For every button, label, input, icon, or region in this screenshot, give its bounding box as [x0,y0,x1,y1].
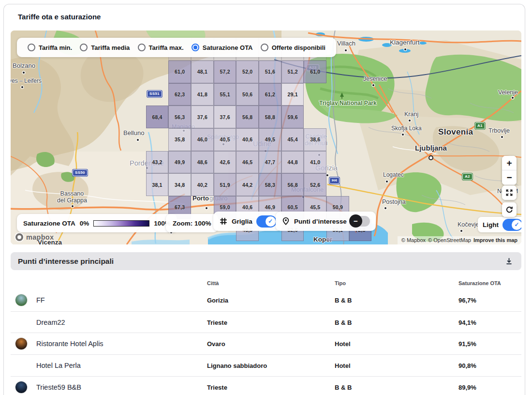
grid-cell[interactable]: 51,9 [214,173,236,196]
grid-cell[interactable]: 29,1 [281,83,304,106]
grid-cell[interactable]: 48,6 [191,151,214,174]
city-dot [409,120,411,122]
style-toggle[interactable]: ✓ [502,219,521,231]
grid-cell[interactable]: 46,5 [236,151,259,174]
grid-cell[interactable]: 56,8 [236,106,259,128]
city-dot [512,97,514,99]
table-row[interactable]: FFGoriziaB & B96,7% [11,289,521,311]
grid-cell[interactable]: 62,3 [168,83,191,106]
grid-cell[interactable]: 46,0 [191,128,214,151]
grid-cell[interactable]: 59,6 [281,106,304,128]
grid-cell[interactable]: 37,6 [191,106,214,128]
mapbox-logo[interactable]: mapbox [15,232,54,242]
poi-type: Hotel [335,340,351,348]
poi-city: Gorizia [207,297,228,304]
grid-cell[interactable]: 48,1 [191,61,214,83]
filter-option[interactable]: Tariffa min. [28,44,72,51]
poi-city: Ovaro [207,340,225,348]
cell-value: 68,4 [152,114,162,120]
grid-cell[interactable]: 40,6 [236,128,259,151]
poi-name: Trieste59 B&B [36,383,81,391]
city-dot [23,72,25,74]
table-row[interactable]: Dream22TriesteB & B94,1% [11,311,521,333]
grid-cell[interactable]: 61,2 [259,83,281,106]
grid-cell[interactable]: 37,6 [214,106,236,128]
minus-icon: − [349,214,362,228]
grid-cell[interactable]: 41,8 [191,83,214,106]
reset-view-button[interactable] [502,202,517,217]
cell-value: 62,3 [175,91,185,97]
grid-cell[interactable]: 49,9 [168,151,191,174]
grid-cell[interactable]: 52,6 [304,173,326,196]
grid-cell[interactable]: 57,2 [214,61,236,83]
grid-cell[interactable]: 45,4 [281,128,304,151]
grid-cell[interactable]: 40,5 [214,128,236,151]
grid-cell[interactable]: 41,0 [304,151,326,174]
filter-option[interactable]: Tariffa media [80,44,130,51]
table-row[interactable]: Ristorante Hotel AplisOvaroHotel91,5% [11,333,521,354]
table-row[interactable]: Trieste59 B&BTriesteB & B89,9% [11,376,521,395]
filter-option[interactable]: Offerte disponibili [261,44,325,51]
grid-cell[interactable]: 44,2 [236,173,259,196]
saturation-legend: Saturazione OTA 0% 100% [17,214,177,232]
grid-cell[interactable]: 58,3 [259,173,281,196]
column-header-city: Città [207,280,219,286]
grid-cell[interactable]: 49,5 [259,128,281,151]
zoom-in-button[interactable]: + [502,156,517,170]
map-label: Porto [192,195,209,202]
poi-name: Hotel La Perla [36,362,81,369]
grid-toggle[interactable]: ✓ [256,215,277,228]
filter-option[interactable]: Saturazione OTA [192,44,253,51]
table-row[interactable]: Hotel La PerlaLignano sabbiadoroHotel90,… [11,354,521,376]
zoom-out-button[interactable]: − [502,170,517,185]
check-icon: ✓ [512,220,521,230]
grid-cell[interactable]: 38,6 [304,128,326,151]
map-canvas[interactable]: Bolzanoves – LeifersBellunoBassanodel Gr… [11,30,521,244]
grid-cell[interactable]: 44,8 [281,151,304,174]
grid-cell[interactable]: 52,0 [236,61,259,83]
attribution-osm-link[interactable]: © OpenStreetMap [428,237,471,243]
grid-cell[interactable]: 61,0 [304,61,326,83]
cell-value: 51,6 [265,69,275,75]
page-title: Tariffe ota e saturazione [18,13,101,21]
grid-cell[interactable]: 35,8 [168,128,191,151]
map-label: Belluno [123,130,144,137]
map-label: Bassanodel Grappa [57,190,87,204]
filter-option[interactable]: Tariffa max. [138,44,184,51]
cell-value: 48,6 [197,159,207,165]
grid-cell[interactable]: 55,1 [214,83,236,106]
avatar [15,381,27,393]
city-dot [345,49,347,51]
grid-cell[interactable]: 56,8 [281,173,304,196]
cell-value: 61,2 [265,91,275,97]
grid-cell[interactable]: 51,6 [259,61,281,83]
grid-cell[interactable]: 42,6 [214,151,236,174]
city-dot [402,134,404,136]
fullscreen-button[interactable] [502,185,517,200]
grid-cell[interactable]: 34,8 [168,173,191,196]
grid-cell[interactable]: 56,3 [168,106,191,128]
grid-cell[interactable]: 68,4 [146,106,169,128]
grid-cell[interactable]: 51,2 [281,61,304,83]
poi-toggle[interactable]: − [351,216,370,227]
poi-name: Dream22 [36,319,65,326]
grid-cell[interactable]: 38,1 [146,173,169,196]
grid-cell[interactable]: 43,2 [146,151,169,174]
cell-value: 59,0 [220,204,230,210]
attribution-mapbox-link[interactable]: © Mapbox [401,237,426,243]
cell-value: 51,2 [287,69,297,75]
cell-value: 46,9 [265,204,275,210]
cell-value: 56,8 [287,182,297,188]
grid-cell[interactable]: 58,8 [259,106,281,128]
download-button[interactable] [504,256,514,266]
city-dot [137,139,139,141]
improve-map-link[interactable]: Improve this map [473,237,517,243]
grid-cell[interactable]: 47,7 [259,151,281,174]
map-label: Velenje [498,89,518,96]
poi-table: FFGoriziaB & B96,7%Dream22TriesteB & B94… [11,289,521,395]
grid-cell[interactable]: 50,6 [236,83,259,106]
avatar [15,294,27,306]
grid-cell[interactable]: 61,0 [168,61,191,83]
road-badge: A1 [475,122,485,129]
grid-cell[interactable]: 40,2 [191,173,214,196]
